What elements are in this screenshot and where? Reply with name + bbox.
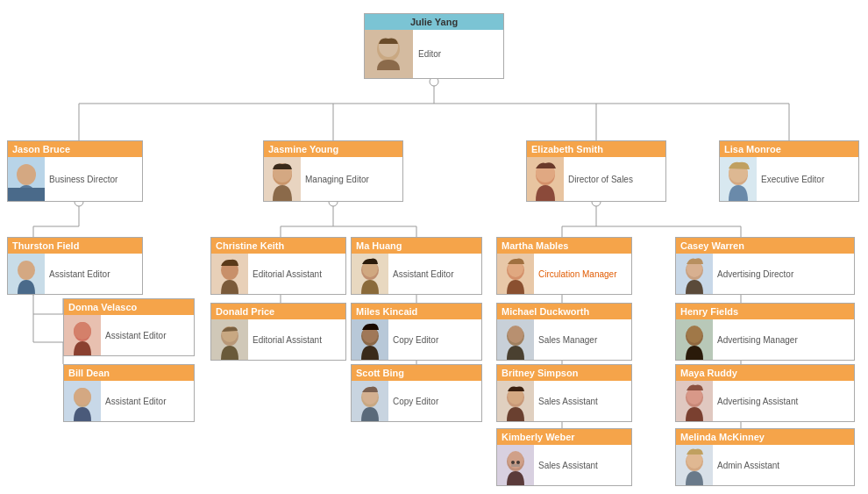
kimberly-weber-avatar <box>497 445 534 485</box>
miles-kincaid-header: Miles Kincaid <box>352 304 481 319</box>
britney-simpson-title: Sales Assistant <box>538 397 598 406</box>
svg-point-41 <box>17 164 36 185</box>
ma-huang-avatar <box>352 254 388 294</box>
node-julie-yang[interactable]: Julie Yang Editor <box>364 13 504 79</box>
jason-bruce-title: Business Director <box>49 175 117 184</box>
casey-warren-title: Advertising Director <box>717 269 793 279</box>
michael-duckworth-title: Sales Manager <box>538 335 597 345</box>
donna-velasco-header: Donna Velasco <box>64 299 194 315</box>
maya-ruddy-avatar <box>676 381 713 421</box>
christine-keith-info: Editorial Assistant <box>248 267 326 282</box>
maya-ruddy-title: Advertising Assistant <box>717 397 798 406</box>
node-donna-velasco[interactable]: Donna Velasco Assistant Editor <box>63 298 195 356</box>
lisa-monroe-avatar <box>720 157 757 201</box>
node-miles-kincaid[interactable]: Miles Kincaid Copy Editor <box>351 303 482 361</box>
scott-bing-avatar <box>352 381 388 421</box>
britney-simpson-header: Britney Simpson <box>497 365 631 381</box>
michael-duckworth-header: Michael Duckworth <box>497 304 631 319</box>
christine-keith-title: Editorial Assistant <box>253 269 322 279</box>
thurston-field-avatar <box>8 254 45 294</box>
elizabeth-smith-header: Elizabeth Smith <box>527 141 665 157</box>
jasmine-young-avatar <box>264 157 301 201</box>
svg-point-59 <box>74 388 91 405</box>
donald-price-info: Editorial Assistant <box>248 333 326 347</box>
donald-price-title: Editorial Assistant <box>253 335 322 345</box>
melinda-mckinney-info: Admin Assistant <box>713 458 784 473</box>
melinda-mckinney-avatar <box>676 445 713 485</box>
donna-velasco-avatar <box>64 315 101 355</box>
kimberly-weber-info: Sales Assistant <box>534 458 602 473</box>
miles-kincaid-title: Copy Editor <box>393 335 438 345</box>
svg-point-53 <box>18 261 35 280</box>
kimberly-weber-header: Kimberly Weber <box>497 429 631 445</box>
node-henry-fields[interactable]: Henry Fields Advertising Manager <box>675 303 855 361</box>
thurston-field-info: Assistant Editor <box>45 267 114 282</box>
martha-mables-avatar <box>497 254 534 294</box>
node-bill-dean[interactable]: Bill Dean Assistant Editor <box>63 364 195 422</box>
node-ma-huang[interactable]: Ma Huang Assistant Editor <box>351 237 482 295</box>
jasmine-young-header: Jasmine Young <box>264 141 402 157</box>
donna-velasco-title: Assistant Editor <box>105 331 166 340</box>
node-casey-warren[interactable]: Casey Warren Advertising Director <box>675 237 855 295</box>
lisa-monroe-header: Lisa Monroe <box>720 141 858 157</box>
svg-point-87 <box>516 461 520 464</box>
node-christine-keith[interactable]: Christine Keith Editorial Assistant <box>210 237 346 295</box>
node-jasmine-young[interactable]: Jasmine Young Managing Editor <box>263 140 403 202</box>
christine-keith-avatar <box>211 254 248 294</box>
melinda-mckinney-title: Admin Assistant <box>717 461 779 470</box>
henry-fields-title: Advertising Manager <box>717 335 798 345</box>
bill-dean-avatar <box>64 381 101 421</box>
scott-bing-info: Copy Editor <box>388 394 443 409</box>
node-kimberly-weber[interactable]: Kimberly Weber Sales Assistant <box>496 428 632 486</box>
node-britney-simpson[interactable]: Britney Simpson Sales Assistant <box>496 364 632 422</box>
donald-price-header: Donald Price <box>211 304 345 319</box>
donna-velasco-info: Assistant Editor <box>101 328 170 343</box>
elizabeth-smith-title: Director of Sales <box>568 175 633 184</box>
node-lisa-monroe[interactable]: Lisa Monroe Executive Editor <box>719 140 859 202</box>
jasmine-young-info: Managing Editor <box>301 172 374 187</box>
jason-bruce-header: Jason Bruce <box>8 141 142 157</box>
node-martha-mables[interactable]: Martha Mables Circulation Manager <box>496 237 632 295</box>
bill-dean-header: Bill Dean <box>64 365 194 381</box>
node-thurston-field[interactable]: Thurston Field Assistant Editor <box>7 237 143 295</box>
svg-point-94 <box>687 326 702 343</box>
node-michael-duckworth[interactable]: Michael Duckworth Sales Manager <box>496 303 632 361</box>
henry-fields-info: Advertising Manager <box>713 333 802 347</box>
michael-duckworth-avatar <box>497 319 534 360</box>
julie-yang-info: Editor <box>413 47 446 61</box>
julie-yang-avatar <box>365 30 413 78</box>
node-donald-price[interactable]: Donald Price Editorial Assistant <box>210 303 346 361</box>
jasmine-young-title: Managing Editor <box>305 175 369 184</box>
ma-huang-info: Assistant Editor <box>388 267 458 282</box>
melinda-mckinney-header: Melinda McKinney <box>676 429 854 445</box>
maya-ruddy-info: Advertising Assistant <box>713 394 802 409</box>
svg-rect-88 <box>511 464 520 467</box>
britney-simpson-info: Sales Assistant <box>534 394 602 409</box>
jason-bruce-avatar <box>8 157 45 201</box>
michael-duckworth-info: Sales Manager <box>534 333 601 347</box>
casey-warren-header: Casey Warren <box>676 238 854 254</box>
node-melinda-mckinney[interactable]: Melinda McKinney Admin Assistant <box>675 428 855 486</box>
britney-simpson-avatar <box>497 381 534 421</box>
martha-mables-info: Circulation Manager <box>534 267 622 282</box>
julie-yang-title: Editor <box>418 49 441 59</box>
donald-price-avatar <box>211 319 248 360</box>
svg-point-79 <box>508 326 523 343</box>
henry-fields-avatar <box>676 319 713 360</box>
casey-warren-avatar <box>676 254 713 294</box>
maya-ruddy-header: Maya Ruddy <box>676 365 854 381</box>
node-maya-ruddy[interactable]: Maya Ruddy Advertising Assistant <box>675 364 855 422</box>
casey-warren-info: Advertising Director <box>713 267 798 282</box>
node-scott-bing[interactable]: Scott Bing Copy Editor <box>351 364 482 422</box>
lisa-monroe-info: Executive Editor <box>757 172 829 187</box>
henry-fields-header: Henry Fields <box>676 304 854 319</box>
christine-keith-header: Christine Keith <box>211 238 345 254</box>
scott-bing-title: Copy Editor <box>393 397 438 406</box>
martha-mables-header: Martha Mables <box>497 238 631 254</box>
miles-kincaid-info: Copy Editor <box>388 333 443 347</box>
node-jason-bruce[interactable]: Jason Bruce Business Director <box>7 140 143 202</box>
elizabeth-smith-avatar <box>527 157 564 201</box>
node-elizabeth-smith[interactable]: Elizabeth Smith Director of Sales <box>526 140 666 202</box>
elizabeth-smith-info: Director of Sales <box>564 172 637 187</box>
lisa-monroe-title: Executive Editor <box>761 175 824 184</box>
